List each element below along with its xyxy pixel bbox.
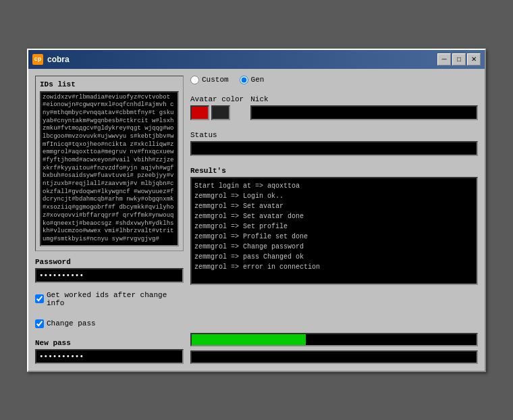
get-worked-ids-label: Get worked ids after change info [47, 291, 184, 307]
ids-list-group: IDs list zowidxzv#rlbmadia#eviuofyz#cvtv… [35, 76, 184, 251]
avatar-nick-row: Avatar color Nick [190, 95, 478, 120]
status-input[interactable] [190, 141, 478, 156]
status-label: Status [190, 131, 478, 139]
change-pass-checkbox[interactable] [35, 319, 44, 328]
right-panel: Custom Gen Avatar color Nick [190, 76, 478, 364]
radio-custom-option: Custom [190, 76, 229, 84]
result-line: zemmgrol => Login ok.. [194, 191, 474, 201]
progress-bar-wrapper [190, 333, 478, 346]
nick-input[interactable] [250, 105, 478, 120]
result-line: zemmgrol => Change password [194, 242, 474, 252]
new-pass-input[interactable] [35, 349, 184, 364]
avatar-color-dark[interactable] [211, 105, 230, 120]
title-bar: cp cobra ─ □ ✕ [28, 50, 485, 69]
radio-group: Custom Gen [190, 76, 478, 84]
new-pass-label: New pass [35, 339, 184, 347]
avatar-controls [190, 105, 244, 120]
radio-gen-option: Gen [240, 76, 265, 84]
password-label: Password [35, 258, 184, 266]
title-bar-left: cp cobra [32, 54, 70, 65]
close-button[interactable]: ✕ [467, 53, 481, 65]
result-line: Start login at => aqoxttoа [194, 181, 474, 191]
checkbox1-row: Get worked ids after change info [35, 291, 184, 307]
result-line: zemmgrol => Set avatar done [194, 211, 474, 221]
minimize-button[interactable]: ─ [437, 53, 451, 65]
result-line: zemmgrol => error in connection [194, 262, 474, 272]
progress-container [190, 333, 478, 364]
get-worked-ids-checkbox[interactable] [35, 294, 44, 303]
gen-radio[interactable] [240, 76, 248, 84]
ids-list-label: IDs list [40, 80, 179, 88]
avatar-color-red[interactable] [190, 105, 209, 120]
progress-bar-empty [190, 350, 478, 364]
result-line: zemmgrol => pass Changed ok [194, 252, 474, 262]
result-line: zemmgrol => Profile set done [194, 232, 474, 242]
gen-label: Gen [251, 76, 265, 84]
password-section: Password [35, 258, 184, 283]
status-section: Status [190, 131, 478, 156]
checkbox2-row: Change pass [35, 319, 184, 328]
password-input[interactable] [35, 268, 184, 283]
results-section: Result's Start login at => aqoxttoаzemmg… [190, 167, 478, 325]
nick-label: Nick [250, 95, 478, 103]
nick-section: Nick [250, 95, 478, 120]
results-box[interactable]: Start login at => aqoxttoаzemmgrol => Lo… [190, 177, 478, 285]
ids-list[interactable]: zowidxzv#rlbmadia#eviuofyz#cvtvobot #eio… [40, 91, 179, 246]
main-window: cp cobra ─ □ ✕ IDs list zowidxzv#rlbmadi… [27, 49, 486, 372]
result-line: zemmgrol => Set profile [194, 221, 474, 232]
app-icon: cp [32, 54, 43, 65]
maximize-button[interactable]: □ [452, 53, 466, 65]
results-label: Result's [190, 167, 478, 175]
custom-radio[interactable] [190, 76, 199, 84]
title-buttons: ─ □ ✕ [437, 53, 481, 65]
new-pass-section: New pass [35, 339, 184, 364]
custom-label: Custom [202, 76, 229, 84]
left-panel: IDs list zowidxzv#rlbmadia#eviuofyz#cvtv… [35, 76, 184, 364]
change-pass-label: Change pass [47, 319, 96, 327]
window-body: IDs list zowidxzv#rlbmadia#eviuofyz#cvtv… [28, 69, 485, 371]
avatar-section: Avatar color [190, 95, 244, 120]
window-title: cobra [47, 55, 70, 64]
result-line: zemmgrol => Set avatar [194, 201, 474, 211]
avatar-color-label: Avatar color [190, 95, 244, 103]
progress-bar-fill [192, 334, 306, 345]
